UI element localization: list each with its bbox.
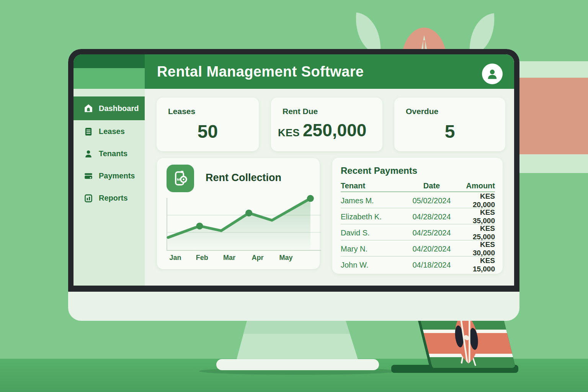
tenant-cell: David S. [341, 229, 404, 237]
chart-area-fill [168, 198, 310, 250]
x-axis-label: Apr [252, 254, 263, 262]
sidebar-item-dashboard[interactable]: Dashboard [74, 96, 145, 120]
date-cell: 04/25/2024 [404, 229, 459, 237]
monitor-bezel: Rental Management Software Dashboard [68, 49, 519, 292]
table-row[interactable]: Mary N.04/20/2024KES 30,000 [341, 240, 495, 256]
column-header-amount: Amount [459, 181, 495, 190]
stat-label: Overdue [406, 107, 438, 116]
lease-document-icon [83, 127, 93, 137]
amount-cell: KES 30,000 [459, 240, 495, 257]
rent-chart-svg [167, 198, 321, 250]
rent-chart-plot [167, 198, 321, 251]
stat-value: 50 [157, 121, 259, 142]
page-title: Rental Management Software [157, 54, 364, 89]
amount-cell: KES 15,000 [459, 256, 495, 273]
amount-cell: KES 35,000 [459, 208, 495, 225]
table-row[interactable]: David S.04/25/2024KES 25,000 [341, 224, 495, 240]
sidebar-item-label: Tenants [99, 149, 127, 158]
monitor-stand-neck [237, 321, 358, 359]
tenant-cell: Elizabeth K. [341, 212, 404, 221]
sidebar-header-light [74, 68, 145, 89]
stat-label: Rent Due [283, 107, 318, 116]
sidebar-item-payments[interactable]: Payments [74, 165, 145, 187]
home-icon [83, 103, 93, 113]
sidebar-item-label: Reports [99, 194, 128, 203]
stat-value: KES 250,000 [278, 120, 366, 140]
sidebar-item-reports[interactable]: Reports [74, 187, 145, 209]
x-axis-labels: JanFebMarAprMay [167, 254, 320, 263]
sidebar-item-label: Leases [99, 127, 125, 136]
table-title: Recent Payments [341, 165, 417, 176]
sidebar: Dashboard Leases Tenants [74, 89, 145, 286]
column-header-date: Date [404, 181, 459, 190]
sidebar-item-label: Dashboard [99, 104, 139, 113]
svg-text:M: M [177, 177, 180, 181]
date-cell: 04/20/2024 [404, 245, 459, 253]
tenant-cell: James M. [341, 196, 404, 205]
chart-data-point [245, 209, 252, 216]
user-avatar[interactable] [482, 64, 503, 84]
payments-table-body: James M.05/02/2024KES 20,000Elizabeth K.… [341, 192, 495, 272]
x-axis-label: Jan [169, 254, 181, 262]
table-row[interactable]: John W.04/18/2024KES 15,000 [341, 256, 495, 272]
table-header-row: Tenant Date Amount [341, 180, 495, 192]
amount-cell: KES 20,000 [459, 192, 495, 209]
monitor-stand-base [216, 359, 379, 370]
date-cell: 04/28/2024 [404, 212, 459, 221]
tenant-cell: Mary N. [341, 245, 404, 253]
table-row[interactable]: James M.05/02/2024KES 20,000 [341, 192, 495, 208]
user-avatar-icon [485, 66, 500, 82]
main-content: Leases 50 Rent Due KES 250,000 Overdue 5 [145, 89, 514, 286]
amount-cell: KES 25,000 [459, 224, 495, 241]
stat-card-rent-due: Rent Due KES 250,000 [271, 98, 382, 151]
date-cell: 05/02/2024 [404, 196, 459, 205]
stat-card-leases: Leases 50 [157, 98, 259, 151]
currency-label: KES [278, 127, 300, 139]
x-axis-label: Feb [196, 254, 208, 262]
amount-value: 250,000 [303, 120, 366, 140]
rent-collection-card: M Rent Collection JanFebMarAprMay [157, 158, 320, 269]
x-axis-label: May [279, 254, 292, 262]
date-cell: 04/18/2024 [404, 261, 459, 270]
sidebar-header-dark [74, 54, 145, 68]
stat-value: 5 [394, 121, 505, 142]
report-chart-icon [83, 193, 93, 203]
tenant-cell: John W. [341, 261, 404, 270]
payments-table: Tenant Date Amount James M.05/02/2024KES… [341, 180, 495, 272]
person-icon [83, 149, 93, 159]
monitor: Rental Management Software Dashboard [68, 49, 519, 321]
sidebar-item-leases[interactable]: Leases [74, 121, 145, 142]
table-row[interactable]: Elizabeth K.04/28/2024KES 35,000 [341, 208, 495, 224]
x-axis-label: Mar [223, 254, 235, 262]
chart-data-point [196, 222, 203, 229]
stat-card-overdue: Overdue 5 [394, 98, 505, 151]
recent-payments-card: Recent Payments Tenant Date Amount James… [332, 158, 503, 274]
stat-label: Leases [168, 107, 195, 116]
chart-data-point [307, 195, 314, 202]
sidebar-item-tenants[interactable]: Tenants [74, 143, 145, 165]
sidebar-item-label: Payments [99, 172, 135, 180]
screen: Rental Management Software Dashboard [74, 54, 514, 286]
credit-card-icon [83, 171, 93, 181]
column-header-tenant: Tenant [341, 181, 404, 190]
chart-title: Rent Collection [206, 172, 281, 184]
mobile-money-phone-icon: M [167, 165, 194, 192]
